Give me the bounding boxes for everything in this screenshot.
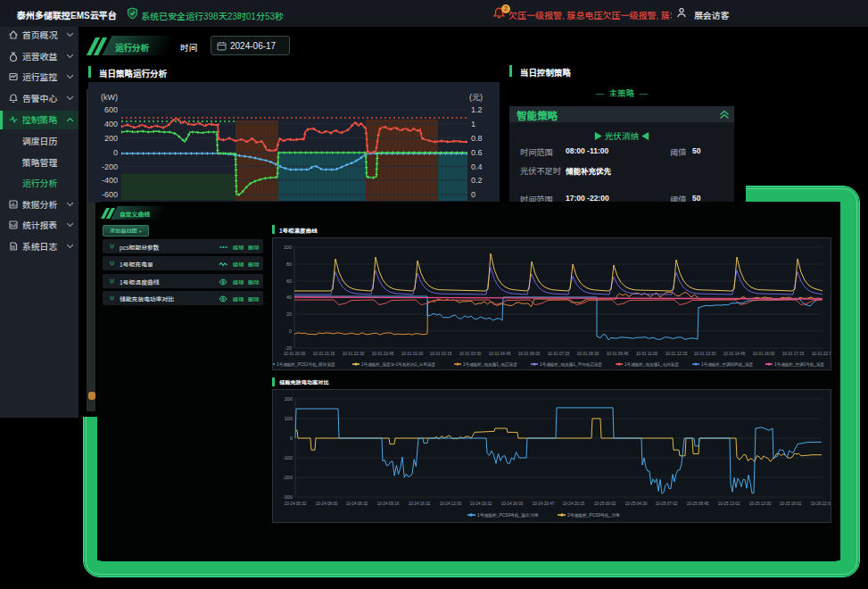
svg-text:1号储能柜_电池簇1_仓内温度: 1号储能柜_电池簇1_仓内温度 xyxy=(624,361,679,368)
svg-text:-600: -600 xyxy=(102,190,118,199)
svg-text:-20: -20 xyxy=(285,345,292,351)
svg-text:1号储能柜_PCS1号机_模块温度: 1号储能柜_PCS1号机_模块温度 xyxy=(277,362,335,368)
svg-text:10-25 13:02: 10-25 13:02 xyxy=(718,502,740,506)
svg-text:10-31 01:00: 10-31 01:00 xyxy=(401,352,424,356)
svg-text:600: 600 xyxy=(104,105,118,114)
svg-text:(kW): (kW) xyxy=(101,93,118,102)
svg-text:10-24 20:15: 10-24 20:15 xyxy=(563,502,585,506)
svg-text:10-26 22:09: 10-26 22:09 xyxy=(811,502,831,506)
svg-text:10-31 04:45: 10-31 04:45 xyxy=(489,352,511,356)
svg-text:10-31 23:45: 10-31 23:45 xyxy=(372,352,394,356)
svg-text:10-24 19:32: 10-24 19:32 xyxy=(470,502,492,506)
svg-text:10-25 08:45: 10-25 08:45 xyxy=(687,502,709,506)
svg-text:10-31 17:15: 10-31 17:15 xyxy=(782,352,805,356)
svg-text:1号储能柜_PCS9号机_输出功率: 1号储能柜_PCS9号机_输出功率 xyxy=(477,512,539,518)
svg-text:2号储能柜_PCS9号机_功率: 2号储能柜_PCS9号机_功率 xyxy=(567,512,620,518)
svg-text:10-31 03:30: 10-31 03:30 xyxy=(459,352,482,356)
svg-text:1.2: 1.2 xyxy=(471,105,483,114)
svg-text:100: 100 xyxy=(285,416,293,421)
svg-text:0: 0 xyxy=(113,148,118,157)
svg-text:1号储能柜_空调回风机_温度: 1号储能柜_空调回风机_温度 xyxy=(701,361,754,368)
svg-text:10-31 22:30: 10-31 22:30 xyxy=(343,352,365,356)
svg-text:10-31 14:45: 10-31 14:45 xyxy=(723,352,746,356)
svg-text:10-31 22:30: 10-31 22:30 xyxy=(812,352,831,356)
svg-text:1号储能柜_温度采-1号机柜内1_出风温度: 1号储能柜_温度采-1号机柜内1_出风温度 xyxy=(361,362,436,368)
svg-text:10-24 20:47: 10-24 20:47 xyxy=(533,502,555,506)
svg-text:10-31 20:00: 10-31 20:00 xyxy=(284,352,306,356)
svg-text:10-31 16:00: 10-31 16:00 xyxy=(753,352,775,356)
svg-text:0.6: 0.6 xyxy=(471,148,483,157)
svg-text:10-24 12:00: 10-24 12:00 xyxy=(440,502,462,506)
svg-text:-200: -200 xyxy=(102,162,118,171)
svg-text:0: 0 xyxy=(290,436,293,441)
svg-text:10-25 04:30: 10-25 04:30 xyxy=(625,502,648,506)
svg-text:0.4: 0.4 xyxy=(471,162,483,171)
svg-text:10-31 07:15: 10-31 07:15 xyxy=(548,352,570,356)
svg-text:-300: -300 xyxy=(283,494,293,500)
svg-text:1: 1 xyxy=(471,120,475,129)
svg-text:10-24 05:32: 10-24 05:32 xyxy=(285,502,307,506)
svg-text:0: 0 xyxy=(471,190,475,199)
svg-text:10-25 16:02: 10-25 16:02 xyxy=(780,502,802,506)
svg-text:10-31 02:15: 10-31 02:15 xyxy=(430,352,452,356)
svg-text:10-24 16:32: 10-24 16:32 xyxy=(409,502,431,506)
svg-text:0.2: 0.2 xyxy=(471,176,483,185)
svg-text:20: 20 xyxy=(286,311,292,317)
svg-text:60: 60 xyxy=(286,278,292,284)
svg-text:-400: -400 xyxy=(102,176,118,185)
svg-text:10-31 08:30: 10-31 08:30 xyxy=(577,352,599,356)
svg-text:10-31 09:45: 10-31 09:45 xyxy=(607,352,629,356)
svg-text:-200: -200 xyxy=(283,475,293,480)
svg-text:200: 200 xyxy=(285,396,293,402)
svg-text:80: 80 xyxy=(286,261,292,267)
svg-text:0.8: 0.8 xyxy=(471,134,483,143)
svg-text:10-31 21:15: 10-31 21:15 xyxy=(313,352,335,356)
svg-text:100: 100 xyxy=(284,245,292,250)
svg-text:10-25 07:02: 10-25 07:02 xyxy=(656,502,678,506)
svg-text:10-24 09:16: 10-24 09:16 xyxy=(377,502,400,506)
svg-text:-100: -100 xyxy=(283,455,293,460)
svg-text:10-31 13:30: 10-31 13:30 xyxy=(694,352,716,356)
svg-text:0: 0 xyxy=(289,328,292,334)
svg-text:10-31 11:00: 10-31 11:00 xyxy=(636,352,658,356)
svg-text:10-24 06:32: 10-24 06:32 xyxy=(346,502,368,506)
svg-text:10-25 00:02: 10-25 00:02 xyxy=(594,502,616,506)
svg-text:10-31 12:15: 10-31 12:15 xyxy=(665,352,688,356)
svg-text:1号储能柜_空调1号机_温度: 1号储能柜_空调1号机_温度 xyxy=(774,361,825,368)
svg-text:(元): (元) xyxy=(469,93,483,102)
svg-text:10-25 13:30: 10-25 13:30 xyxy=(749,502,772,506)
svg-text:1号储能柜_电池簇1_电芯温度: 1号储能柜_电池簇1_电芯温度 xyxy=(463,361,517,368)
svg-text:40: 40 xyxy=(286,294,292,300)
svg-text:10-24 08:00: 10-24 08:00 xyxy=(316,502,338,506)
svg-text:200: 200 xyxy=(104,134,118,143)
svg-text:10-31 06:00: 10-31 06:00 xyxy=(518,352,541,356)
svg-text:10-24 16:00: 10-24 16:00 xyxy=(501,502,524,506)
svg-text:1号储能柜_电池簇1_平均电芯温度: 1号储能柜_电池簇1_平均电芯温度 xyxy=(540,361,602,368)
svg-text:400: 400 xyxy=(104,120,118,129)
